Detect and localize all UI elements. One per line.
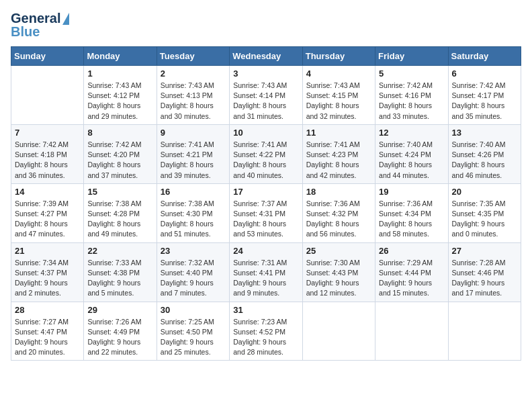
day-number: 28 [15,305,80,315]
day-info: Sunrise: 7:33 AMSunset: 4:38 PMDaylight:… [87,258,152,299]
calendar-cell: 1Sunrise: 7:43 AMSunset: 4:12 PMDaylight… [84,66,157,125]
day-number: 7 [15,128,80,138]
calendar-cell: 22Sunrise: 7:33 AMSunset: 4:38 PMDayligh… [84,242,157,302]
calendar-cell: 6Sunrise: 7:42 AMSunset: 4:17 PMDaylight… [448,66,521,125]
day-number: 20 [452,187,517,197]
calendar-cell: 21Sunrise: 7:34 AMSunset: 4:37 PMDayligh… [11,242,84,302]
calendar-cell: 7Sunrise: 7:42 AMSunset: 4:18 PMDaylight… [11,124,84,183]
day-info: Sunrise: 7:32 AMSunset: 4:40 PMDaylight:… [161,258,226,299]
day-number: 9 [161,128,226,138]
day-number: 17 [233,187,298,197]
calendar-cell: 11Sunrise: 7:41 AMSunset: 4:23 PMDayligh… [302,124,375,183]
day-info: Sunrise: 7:36 AMSunset: 4:34 PMDaylight:… [379,199,444,240]
calendar-cell [302,302,375,361]
day-info: Sunrise: 7:41 AMSunset: 4:21 PMDaylight:… [161,140,226,181]
day-info: Sunrise: 7:30 AMSunset: 4:43 PMDaylight:… [306,258,371,299]
day-info: Sunrise: 7:40 AMSunset: 4:24 PMDaylight:… [379,140,444,181]
day-number: 6 [452,68,517,79]
day-info: Sunrise: 7:34 AMSunset: 4:37 PMDaylight:… [15,258,80,299]
calendar-cell: 9Sunrise: 7:41 AMSunset: 4:21 PMDaylight… [157,124,229,183]
day-number: 3 [233,68,298,79]
day-info: Sunrise: 7:23 AMSunset: 4:52 PMDaylight:… [233,317,298,358]
day-number: 16 [161,187,226,197]
day-info: Sunrise: 7:41 AMSunset: 4:23 PMDaylight:… [306,140,371,181]
calendar-cell: 3Sunrise: 7:43 AMSunset: 4:14 PMDaylight… [230,66,302,125]
calendar-cell: 5Sunrise: 7:42 AMSunset: 4:16 PMDaylight… [375,66,448,125]
calendar-cell: 14Sunrise: 7:39 AMSunset: 4:27 PMDayligh… [11,183,84,242]
calendar-cell: 20Sunrise: 7:35 AMSunset: 4:35 PMDayligh… [448,183,521,242]
calendar-cell: 18Sunrise: 7:36 AMSunset: 4:32 PMDayligh… [302,183,375,242]
day-number: 8 [87,128,152,138]
day-number: 29 [87,305,152,315]
calendar-cell: 19Sunrise: 7:36 AMSunset: 4:34 PMDayligh… [375,183,448,242]
day-info: Sunrise: 7:42 AMSunset: 4:16 PMDaylight:… [379,81,444,122]
day-info: Sunrise: 7:35 AMSunset: 4:35 PMDaylight:… [452,199,517,240]
calendar-cell [375,302,448,361]
calendar-cell: 27Sunrise: 7:28 AMSunset: 4:46 PMDayligh… [448,242,521,302]
calendar-day-header: Saturday [448,47,521,66]
calendar-day-header: Thursday [302,47,375,66]
day-number: 30 [161,305,226,315]
day-number: 21 [15,246,80,256]
logo-text-blue: Blue [11,24,69,40]
day-info: Sunrise: 7:43 AMSunset: 4:14 PMDaylight:… [233,81,298,122]
day-info: Sunrise: 7:37 AMSunset: 4:31 PMDaylight:… [233,199,298,240]
day-number: 22 [87,246,152,256]
day-info: Sunrise: 7:42 AMSunset: 4:20 PMDaylight:… [87,140,152,181]
calendar-header: SundayMondayTuesdayWednesdayThursdayFrid… [11,47,521,66]
calendar-cell: 8Sunrise: 7:42 AMSunset: 4:20 PMDaylight… [84,124,157,183]
day-info: Sunrise: 7:25 AMSunset: 4:50 PMDaylight:… [161,317,226,358]
day-number: 2 [161,68,226,79]
day-info: Sunrise: 7:36 AMSunset: 4:32 PMDaylight:… [306,199,371,240]
calendar-cell: 23Sunrise: 7:32 AMSunset: 4:40 PMDayligh… [157,242,229,302]
calendar-cell: 28Sunrise: 7:27 AMSunset: 4:47 PMDayligh… [11,302,84,361]
day-info: Sunrise: 7:38 AMSunset: 4:30 PMDaylight:… [161,199,226,240]
calendar-week-row: 1Sunrise: 7:43 AMSunset: 4:12 PMDaylight… [11,66,521,125]
day-info: Sunrise: 7:38 AMSunset: 4:28 PMDaylight:… [87,199,152,240]
calendar-cell: 24Sunrise: 7:31 AMSunset: 4:41 PMDayligh… [230,242,302,302]
day-number: 13 [452,128,517,138]
calendar-cell [11,66,84,125]
logo: General Blue [11,11,69,40]
page-header: General Blue [11,11,521,40]
day-number: 23 [161,246,226,256]
calendar-week-row: 21Sunrise: 7:34 AMSunset: 4:37 PMDayligh… [11,242,521,302]
calendar-cell: 2Sunrise: 7:43 AMSunset: 4:13 PMDaylight… [157,66,229,125]
day-number: 1 [87,68,152,79]
day-number: 5 [379,68,444,79]
day-info: Sunrise: 7:41 AMSunset: 4:22 PMDaylight:… [233,140,298,181]
calendar-cell: 29Sunrise: 7:26 AMSunset: 4:49 PMDayligh… [84,302,157,361]
calendar-day-header: Tuesday [157,47,229,66]
calendar-week-row: 14Sunrise: 7:39 AMSunset: 4:27 PMDayligh… [11,183,521,242]
calendar-cell: 15Sunrise: 7:38 AMSunset: 4:28 PMDayligh… [84,183,157,242]
day-number: 10 [233,128,298,138]
day-info: Sunrise: 7:29 AMSunset: 4:44 PMDaylight:… [379,258,444,299]
calendar-body: 1Sunrise: 7:43 AMSunset: 4:12 PMDaylight… [11,66,521,361]
calendar-cell [448,302,521,361]
day-number: 31 [233,305,298,315]
day-info: Sunrise: 7:43 AMSunset: 4:15 PMDaylight:… [306,81,371,122]
day-info: Sunrise: 7:31 AMSunset: 4:41 PMDaylight:… [233,258,298,299]
calendar-week-row: 7Sunrise: 7:42 AMSunset: 4:18 PMDaylight… [11,124,521,183]
day-number: 18 [306,187,371,197]
calendar-cell: 12Sunrise: 7:40 AMSunset: 4:24 PMDayligh… [375,124,448,183]
calendar-cell: 4Sunrise: 7:43 AMSunset: 4:15 PMDaylight… [302,66,375,125]
calendar-header-row: SundayMondayTuesdayWednesdayThursdayFrid… [11,47,521,66]
calendar-day-header: Sunday [11,47,84,66]
day-info: Sunrise: 7:39 AMSunset: 4:27 PMDaylight:… [15,199,80,240]
day-number: 24 [233,246,298,256]
calendar-cell: 25Sunrise: 7:30 AMSunset: 4:43 PMDayligh… [302,242,375,302]
day-info: Sunrise: 7:42 AMSunset: 4:17 PMDaylight:… [452,81,517,122]
calendar-week-row: 28Sunrise: 7:27 AMSunset: 4:47 PMDayligh… [11,302,521,361]
calendar-cell: 30Sunrise: 7:25 AMSunset: 4:50 PMDayligh… [157,302,229,361]
calendar-cell: 13Sunrise: 7:40 AMSunset: 4:26 PMDayligh… [448,124,521,183]
day-info: Sunrise: 7:43 AMSunset: 4:13 PMDaylight:… [161,81,226,122]
calendar-cell: 31Sunrise: 7:23 AMSunset: 4:52 PMDayligh… [230,302,302,361]
day-info: Sunrise: 7:26 AMSunset: 4:49 PMDaylight:… [87,317,152,358]
day-info: Sunrise: 7:27 AMSunset: 4:47 PMDaylight:… [15,317,80,358]
calendar-table: SundayMondayTuesdayWednesdayThursdayFrid… [11,46,521,361]
day-number: 4 [306,68,371,79]
day-number: 19 [379,187,444,197]
day-number: 12 [379,128,444,138]
day-number: 15 [87,187,152,197]
